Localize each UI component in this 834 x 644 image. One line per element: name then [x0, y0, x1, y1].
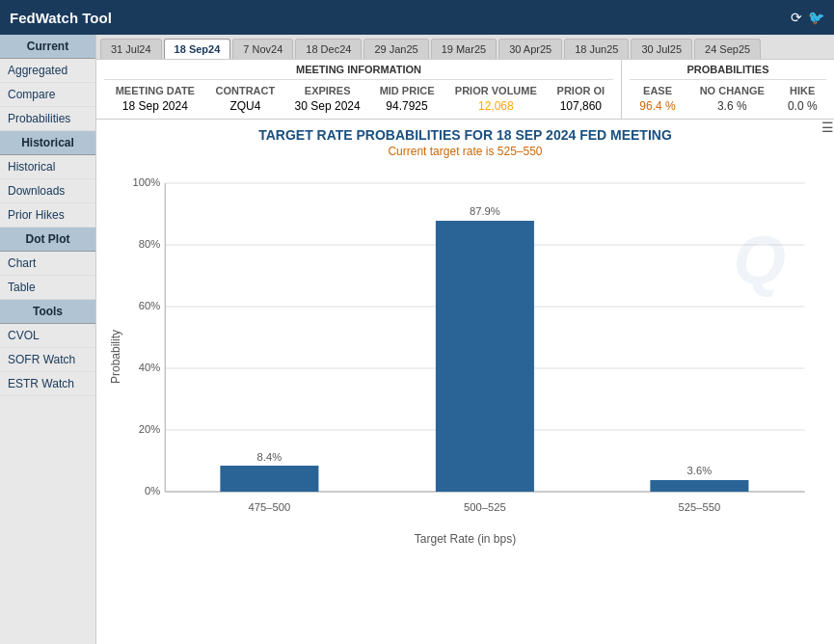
sidebar-item-chart[interactable]: Chart — [0, 252, 95, 276]
chart-wrapper: Q Probability 0% 20% 40% 6 — [106, 164, 824, 540]
bar-525-550 — [650, 480, 748, 492]
bar-500-525 — [436, 221, 534, 492]
cell-expires: 30 Sep 2024 — [284, 97, 370, 115]
app-title: FedWatch Tool — [10, 10, 112, 26]
sidebar-section-dotplot: Dot Plot — [0, 228, 95, 252]
tab-19mar25[interactable]: 19 Mar25 — [431, 39, 497, 59]
cell-meeting-date: 18 Sep 2024 — [104, 97, 206, 115]
chart-title: TARGET RATE PROBABILITIES FOR 18 SEP 202… — [106, 127, 824, 143]
cell-contract: ZQU4 — [206, 97, 285, 115]
col-prior-oi: PRIOR OI — [549, 84, 613, 97]
sidebar: Current Aggregated Compare Probabilities… — [0, 35, 96, 644]
col-hike: HIKE — [778, 84, 826, 97]
sidebar-item-compare[interactable]: Compare — [0, 83, 95, 107]
refresh-icon[interactable]: ⟳ — [791, 10, 802, 25]
tab-29jan25[interactable]: 29 Jan25 — [363, 39, 428, 59]
sidebar-item-downloads[interactable]: Downloads — [0, 179, 95, 203]
tab-24sep25[interactable]: 24 Sep25 — [694, 39, 761, 59]
bar-chart: Probability 0% 20% 40% 60% 80% 100% — [106, 164, 824, 540]
date-tabs-bar: 31 Jul24 18 Sep24 7 Nov24 18 Dec24 29 Ja… — [96, 35, 834, 60]
col-no-change: NO CHANGE — [686, 84, 778, 97]
meeting-info-header: MEETING INFORMATION — [104, 64, 613, 80]
svg-text:100%: 100% — [132, 176, 160, 188]
chart-subtitle: Current target rate is 525–550 — [106, 145, 824, 158]
sidebar-item-aggregated[interactable]: Aggregated — [0, 59, 95, 83]
svg-text:20%: 20% — [139, 423, 161, 435]
probabilities-table: EASE NO CHANGE HIKE 96.4 % 3.6 % 0.0 % — [630, 84, 826, 115]
svg-text:40%: 40% — [139, 362, 161, 373]
tab-18sep24[interactable]: 18 Sep24 — [164, 39, 231, 59]
cell-mid-price: 94.7925 — [370, 97, 444, 115]
cell-hike: 0.0 % — [778, 97, 826, 115]
twitter-icon[interactable]: 🐦 — [808, 10, 824, 25]
sidebar-item-historical[interactable]: Historical — [0, 155, 95, 179]
sidebar-item-sofr-watch[interactable]: SOFR Watch — [0, 348, 95, 372]
cell-prior-oi: 107,860 — [549, 97, 613, 115]
meeting-info-row: 18 Sep 2024 ZQU4 30 Sep 2024 94.7925 12,… — [104, 97, 613, 115]
chart-area: TARGET RATE PROBABILITIES FOR 18 SEP 202… — [96, 120, 834, 644]
svg-text:87.9%: 87.9% — [470, 205, 500, 217]
probabilities-header: PROBABILITIES — [630, 64, 826, 80]
tab-18dec24[interactable]: 18 Dec24 — [295, 39, 362, 59]
sidebar-section-current: Current — [0, 35, 95, 59]
svg-text:500–525: 500–525 — [464, 501, 506, 513]
tab-7nov24[interactable]: 7 Nov24 — [232, 39, 293, 59]
bar-475-500 — [220, 466, 318, 492]
chart-menu-icon[interactable]: ☰ — [821, 120, 834, 135]
sidebar-section-tools: Tools — [0, 300, 95, 324]
svg-text:Probability: Probability — [109, 329, 122, 384]
sidebar-item-estr-watch[interactable]: ESTR Watch — [0, 372, 95, 396]
sidebar-item-table[interactable]: Table — [0, 276, 95, 300]
meeting-info-panel: MEETING INFORMATION MEETING DATE CONTRAC… — [96, 60, 622, 119]
col-meeting-date: MEETING DATE — [104, 84, 206, 97]
svg-text:60%: 60% — [139, 300, 161, 311]
svg-text:80%: 80% — [139, 238, 161, 250]
svg-text:3.6%: 3.6% — [687, 465, 713, 476]
cell-prior-volume: 12,068 — [444, 97, 549, 115]
tab-18jun25[interactable]: 18 Jun25 — [564, 39, 629, 59]
tab-30apr25[interactable]: 30 Apr25 — [498, 39, 562, 59]
svg-text:475–500: 475–500 — [249, 501, 291, 513]
meeting-section: MEETING INFORMATION MEETING DATE CONTRAC… — [96, 60, 834, 120]
sidebar-item-prior-hikes[interactable]: Prior Hikes — [0, 203, 95, 228]
col-ease: EASE — [630, 84, 686, 97]
sidebar-item-probabilities[interactable]: Probabilities — [0, 107, 95, 131]
col-mid-price: MID PRICE — [370, 84, 444, 97]
probabilities-panel: PROBABILITIES EASE NO CHANGE HIKE 96.4 %… — [622, 60, 834, 119]
svg-text:525–550: 525–550 — [679, 501, 721, 513]
probabilities-row: 96.4 % 3.6 % 0.0 % — [630, 97, 826, 115]
x-axis-label: Target Rate (in bps) — [106, 532, 824, 546]
svg-text:0%: 0% — [145, 485, 160, 496]
meeting-info-table: MEETING DATE CONTRACT EXPIRES MID PRICE … — [104, 84, 613, 115]
tab-31jul24[interactable]: 31 Jul24 — [100, 39, 162, 59]
header-icon-group: ⟳ 🐦 — [791, 10, 824, 25]
cell-ease: 96.4 % — [630, 97, 686, 115]
col-contract: CONTRACT — [206, 84, 285, 97]
cell-no-change: 3.6 % — [686, 97, 778, 115]
app-header: FedWatch Tool ⟳ 🐦 — [0, 0, 834, 35]
content-area: 31 Jul24 18 Sep24 7 Nov24 18 Dec24 29 Ja… — [96, 35, 834, 644]
col-prior-volume: PRIOR VOLUME — [444, 84, 549, 97]
svg-text:8.4%: 8.4% — [257, 451, 282, 463]
col-expires: EXPIRES — [284, 84, 370, 97]
sidebar-item-cvol[interactable]: CVOL — [0, 324, 95, 348]
sidebar-section-historical: Historical — [0, 131, 95, 155]
main-layout: Current Aggregated Compare Probabilities… — [0, 35, 834, 644]
tab-30jul25[interactable]: 30 Jul25 — [631, 39, 692, 59]
